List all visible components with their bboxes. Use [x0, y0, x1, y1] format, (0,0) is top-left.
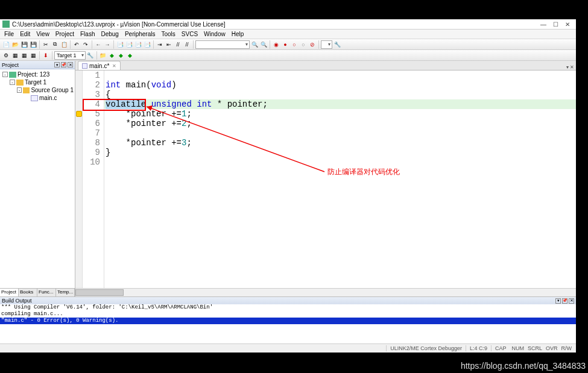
- close-button[interactable]: ✕: [561, 20, 574, 28]
- indent-icon[interactable]: ⇥: [156, 40, 164, 49]
- rebuild-icon[interactable]: ▦: [20, 51, 28, 60]
- tab-books[interactable]: Books: [19, 289, 37, 296]
- scrollbar-thumb[interactable]: [75, 289, 124, 296]
- minimize-button[interactable]: —: [537, 20, 549, 28]
- expand-toggle-icon[interactable]: -: [17, 87, 22, 93]
- comment-icon[interactable]: //: [174, 40, 182, 49]
- find-files-icon[interactable]: 🔍: [259, 40, 268, 49]
- watermark-text: https://blog.csdn.net/qq_3484833: [461, 361, 586, 371]
- open-file-icon[interactable]: 📂: [11, 40, 19, 49]
- paste-icon[interactable]: 📋: [60, 40, 68, 49]
- pane-menu-icon[interactable]: ▾: [555, 298, 561, 304]
- menu-window[interactable]: Window: [201, 31, 229, 37]
- bookmark-gutter[interactable]: [75, 71, 83, 288]
- pane-close-icon[interactable]: ✕: [569, 298, 574, 304]
- code-line[interactable]: *pointer +=1;: [104, 109, 576, 119]
- manage-rtenv-icon[interactable]: ◆: [108, 51, 116, 60]
- code-line[interactable]: *pointer +=3;: [104, 138, 576, 148]
- maximize-button[interactable]: ☐: [549, 20, 561, 28]
- menu-svcs[interactable]: SVCS: [179, 31, 201, 37]
- code-line[interactable]: int main(void): [104, 80, 576, 90]
- editor-tab-main-c[interactable]: main.c* ✕: [78, 61, 121, 70]
- line-number-gutter: 12345678910: [83, 71, 104, 288]
- menu-edit[interactable]: Edit: [17, 31, 33, 37]
- expand-toggle-icon[interactable]: -: [10, 80, 15, 85]
- status-scrl: SCRL: [526, 345, 544, 351]
- debug-icon[interactable]: ◉: [272, 40, 280, 49]
- pane-menu-icon[interactable]: ▾: [54, 62, 60, 67]
- tab-project[interactable]: Project: [0, 289, 19, 296]
- undo-icon[interactable]: ↶: [72, 40, 81, 49]
- menu-help[interactable]: Help: [229, 31, 247, 37]
- code-line[interactable]: *pointer +=2;: [104, 119, 576, 128]
- nav-back-icon[interactable]: ←: [94, 40, 103, 49]
- translate-icon[interactable]: ⚙: [2, 51, 10, 60]
- new-file-icon[interactable]: 📄: [2, 40, 10, 49]
- download-icon[interactable]: ⬇: [42, 51, 50, 60]
- tab-functions[interactable]: Func...: [37, 289, 56, 296]
- pane-close-icon[interactable]: ✕: [68, 62, 73, 67]
- copy-icon[interactable]: ⧉: [51, 40, 59, 49]
- code-line[interactable]: }: [104, 148, 576, 157]
- pane-pin-icon[interactable]: 📌: [562, 298, 567, 304]
- find-icon[interactable]: 🔍: [250, 40, 259, 49]
- project-tree[interactable]: - Project: 123 - Target 1 - Source Group…: [0, 69, 75, 288]
- uncomment-icon[interactable]: //: [183, 40, 191, 49]
- build-icon[interactable]: ▦: [11, 51, 19, 60]
- tree-target[interactable]: - Target 1: [1, 78, 74, 86]
- target-options-icon[interactable]: 🔧: [86, 51, 95, 60]
- window-layout-combo[interactable]: [321, 40, 332, 49]
- tab-templates[interactable]: Temp...: [56, 289, 75, 296]
- breakpoint-insert-icon[interactable]: ●: [281, 40, 289, 49]
- breakpoint-disable-icon[interactable]: ○: [299, 40, 308, 49]
- code-line[interactable]: volatile unsigned int * pointer;: [104, 99, 576, 109]
- code-line[interactable]: [104, 71, 576, 80]
- tree-project-root[interactable]: - Project: 123: [1, 71, 74, 78]
- code-line[interactable]: [104, 128, 576, 138]
- code-line[interactable]: [104, 157, 576, 167]
- code-line[interactable]: {: [104, 90, 576, 99]
- build-line: *** Using Compiler 'V6.14', folder: 'C:\…: [0, 304, 576, 311]
- redo-icon[interactable]: ↷: [81, 40, 90, 49]
- save-icon[interactable]: 💾: [20, 40, 28, 49]
- bookmark-prev-icon[interactable]: 📑: [125, 40, 133, 49]
- folder-icon: [23, 87, 30, 93]
- select-packs-icon[interactable]: ◆: [117, 51, 125, 60]
- code-editor[interactable]: 12345678910 int main(void) { volatile un…: [75, 71, 576, 288]
- outdent-icon[interactable]: ⇤: [165, 40, 173, 49]
- code-content[interactable]: int main(void) { volatile unsigned int *…: [104, 71, 576, 288]
- breakpoint-kill-icon[interactable]: ⊘: [308, 40, 317, 49]
- pane-pin-icon[interactable]: 📌: [61, 62, 66, 67]
- target-select-label: Target 1: [57, 52, 77, 58]
- tab-menu-icon[interactable]: ▾: [566, 64, 569, 70]
- bookmark-marker-icon[interactable]: [75, 109, 82, 119]
- menu-peripherals[interactable]: Peripherals: [122, 31, 159, 37]
- bookmark-icon[interactable]: 📑: [116, 40, 124, 49]
- cut-icon[interactable]: ✂: [42, 40, 50, 49]
- tab-close-all-icon[interactable]: ✕: [570, 64, 574, 70]
- menu-debug[interactable]: Debug: [98, 31, 121, 37]
- configure-icon[interactable]: 🔧: [333, 40, 341, 49]
- batch-build-icon[interactable]: ▦: [29, 51, 37, 60]
- target-select-combo[interactable]: Target 1: [54, 51, 86, 60]
- breakpoint-enable-icon[interactable]: ○: [290, 40, 299, 49]
- save-all-icon[interactable]: 💾: [29, 40, 37, 49]
- menu-project[interactable]: Project: [52, 31, 77, 37]
- title-bar: C:\Users\admin\Desktop\c\123.uvprojx - µ…: [0, 19, 576, 30]
- find-combo[interactable]: [195, 40, 250, 49]
- bookmark-clear-icon[interactable]: 📑: [143, 40, 151, 49]
- pack-installer-icon[interactable]: ◆: [126, 51, 134, 60]
- build-output-text[interactable]: *** Using Compiler 'V6.14', folder: 'C:\…: [0, 304, 576, 343]
- menu-tools[interactable]: Tools: [159, 31, 179, 37]
- manage-project-icon[interactable]: 📁: [99, 51, 107, 60]
- nav-fwd-icon[interactable]: →: [103, 40, 112, 49]
- menu-flash[interactable]: Flash: [77, 31, 98, 37]
- tab-close-icon[interactable]: ✕: [112, 63, 116, 69]
- expand-toggle-icon[interactable]: -: [2, 72, 8, 77]
- horizontal-scrollbar[interactable]: [75, 288, 576, 296]
- tree-file-main-c[interactable]: main.c: [1, 94, 74, 102]
- tree-source-group[interactable]: - Source Group 1: [1, 86, 74, 94]
- menu-file[interactable]: File: [1, 31, 17, 37]
- menu-view[interactable]: View: [33, 31, 52, 37]
- bookmark-next-icon[interactable]: 📑: [134, 40, 142, 49]
